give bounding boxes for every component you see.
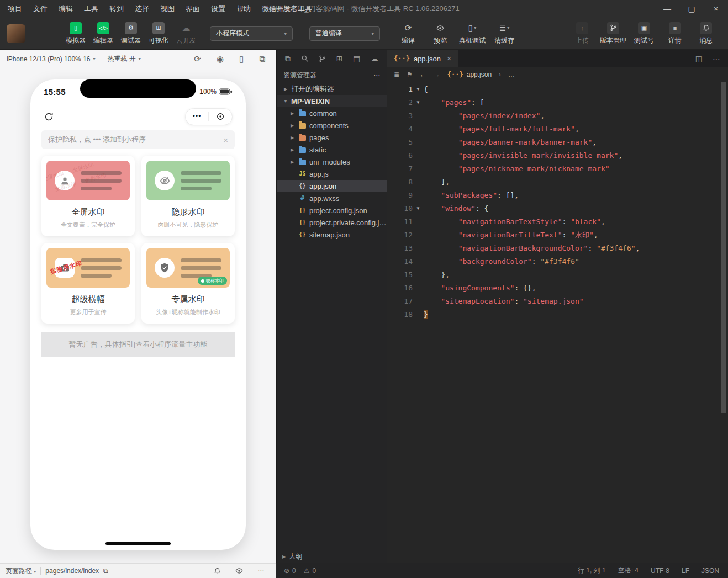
source-control-icon[interactable] bbox=[319, 55, 326, 62]
copy-path-icon[interactable]: ⧉ bbox=[103, 567, 108, 575]
fold-icon[interactable]: ▼ bbox=[413, 96, 424, 109]
errors-count[interactable]: ⊘ 0 bbox=[284, 567, 296, 575]
code-line[interactable]: 17 "sitemapLocation": "sitemap.json" bbox=[387, 295, 728, 308]
code-line[interactable]: 10▼ "window": { bbox=[387, 202, 728, 215]
close-icon[interactable]: × bbox=[223, 136, 228, 144]
package-icon[interactable]: ▤ bbox=[353, 54, 360, 63]
record-icon[interactable]: ◉ bbox=[217, 54, 224, 64]
menu-item[interactable]: 工具 bbox=[78, 0, 104, 18]
watermark-card[interactable]: 昵称水印专属水印头像+昵称就能制作水印 bbox=[141, 243, 235, 324]
code-line[interactable]: 5 "pages/banner-mark/banner-mark", bbox=[387, 136, 728, 149]
hot-reload-toggle[interactable]: 热重载 开 ▾ bbox=[107, 54, 140, 63]
toolbar-button-cloud[interactable]: ☁云开发 bbox=[172, 22, 200, 45]
tree-item[interactable]: {}sitemap.json bbox=[277, 229, 387, 241]
watermark-card[interactable]: 隐形水印肉眼不可见，隐形保护 bbox=[141, 156, 235, 236]
toolbar-button-editor[interactable]: </>编辑器 bbox=[89, 22, 117, 45]
fold-icon[interactable]: ▼ bbox=[413, 202, 424, 215]
tree-item[interactable]: ▶pages bbox=[277, 131, 387, 144]
more-icon[interactable]: ⋯ bbox=[713, 54, 720, 63]
toolbar-button-visual[interactable]: ⊞可视化 bbox=[145, 22, 172, 45]
extensions-icon[interactable]: ⊞ bbox=[336, 54, 343, 63]
tree-section[interactable]: ▶打开的编辑器 bbox=[277, 83, 387, 95]
tree-item[interactable]: {}app.json bbox=[277, 180, 387, 192]
menu-item[interactable]: 微信开发者工具 bbox=[256, 0, 318, 18]
toolbar-button-device-debug[interactable]: ▯▾真机调试 bbox=[456, 22, 488, 45]
menu-item[interactable]: 选择 bbox=[129, 0, 155, 18]
tree-section[interactable]: ▼MP-WEIXIN bbox=[277, 95, 387, 107]
tab-app-json[interactable]: {··} app.json × bbox=[387, 50, 458, 67]
code-line[interactable]: 8 ], bbox=[387, 176, 728, 189]
refresh-icon[interactable] bbox=[44, 112, 54, 122]
menu-item[interactable]: 编辑 bbox=[53, 0, 78, 18]
close-tab-icon[interactable]: × bbox=[447, 55, 451, 62]
tree-item[interactable]: {}project.private.config.js… bbox=[277, 216, 387, 229]
windows-icon[interactable]: ⧉ bbox=[259, 54, 265, 64]
eye-icon[interactable] bbox=[235, 567, 243, 575]
cloud-icon[interactable]: ☁ bbox=[371, 54, 378, 63]
search-icon[interactable] bbox=[301, 55, 309, 62]
device-icon[interactable]: ▯ bbox=[239, 54, 244, 64]
tree-item[interactable]: JSapp.js bbox=[277, 168, 387, 180]
more-icon[interactable]: ⋯ bbox=[373, 71, 380, 79]
encoding-setting[interactable]: UTF-8 bbox=[651, 567, 669, 575]
code-line[interactable]: 13 "navigationBarBackgroundColor": "#f3f… bbox=[387, 242, 728, 255]
mode-dropdown[interactable]: 小程序模式 ▾ bbox=[210, 26, 293, 41]
toolbar-button-compile[interactable]: ⟳编译 bbox=[392, 22, 424, 45]
toolbar-button-preview[interactable]: 预览 bbox=[424, 22, 456, 45]
close-target-icon[interactable] bbox=[216, 112, 225, 121]
tree-item[interactable]: ▶uni_modules bbox=[277, 156, 387, 168]
page-path-dropdown[interactable]: 页面路径 ▾ bbox=[6, 566, 36, 576]
bell-icon[interactable] bbox=[214, 568, 221, 575]
code-line[interactable]: 1▼{ bbox=[387, 83, 728, 96]
code-line[interactable]: 3 "pages/index/index", bbox=[387, 109, 728, 123]
outline-section[interactable]: ▶ 大纲 bbox=[277, 550, 387, 563]
watermark-card[interactable]: 全屏水印 全屏水印 全屏水印 全屏水印全屏水印全文覆盖，完全保护 bbox=[41, 156, 135, 236]
menu-item[interactable]: 项目 bbox=[2, 0, 28, 18]
toolbar-button-clear-cache[interactable]: ≣▾清缓存 bbox=[488, 22, 520, 45]
code-line[interactable]: 2▼ "pages": [ bbox=[387, 96, 728, 109]
menu-item[interactable]: 帮助 bbox=[231, 0, 256, 18]
code-line[interactable]: 9 "subPackages": [], bbox=[387, 189, 728, 202]
maximize-button[interactable]: ▢ bbox=[679, 0, 704, 18]
editor-scrollbar[interactable] bbox=[721, 82, 726, 413]
menu-item[interactable]: 界面 bbox=[180, 0, 205, 18]
device-selector[interactable]: iPhone 12/13 (Pro) 100% 16 ▾ bbox=[7, 55, 95, 63]
tree-item[interactable]: ▶common bbox=[277, 107, 387, 119]
code-editor[interactable]: 1▼{2▼ "pages": [3 "pages/index/index",4 … bbox=[387, 82, 728, 563]
eol-setting[interactable]: LF bbox=[682, 567, 689, 575]
toolbar-button-details[interactable]: ≡详情 bbox=[660, 22, 690, 45]
minimize-button[interactable]: — bbox=[655, 0, 679, 18]
close-button[interactable]: × bbox=[704, 0, 728, 18]
tree-item[interactable]: ▶components bbox=[277, 119, 387, 131]
tree-item[interactable]: ▶static bbox=[277, 144, 387, 156]
indent-setting[interactable]: 空格: 4 bbox=[618, 566, 639, 575]
code-line[interactable]: 15 }, bbox=[387, 268, 728, 282]
toolbar-button-message[interactable]: 消息 bbox=[690, 22, 721, 45]
menu-item[interactable]: 设置 bbox=[205, 0, 231, 18]
miniprogram-capsule[interactable]: ••• bbox=[185, 108, 233, 125]
toolbar-button-test-account[interactable]: ▣测试号 bbox=[629, 22, 660, 45]
cursor-position[interactable]: 行 1, 列 1 bbox=[578, 566, 606, 575]
breadcrumb-file[interactable]: {··} app.json bbox=[447, 71, 492, 78]
code-line[interactable]: 14 "backgroundColor": "#f3f4f6" bbox=[387, 255, 728, 268]
menu-item[interactable]: 文件 bbox=[28, 0, 53, 18]
more-icon[interactable]: ⋯ bbox=[257, 567, 264, 575]
code-line[interactable]: 4 "pages/full-mark/full-mark", bbox=[387, 123, 728, 136]
more-menu-icon[interactable]: ••• bbox=[193, 113, 202, 120]
code-line[interactable]: 12 "navigationBarTitleText": "水印", bbox=[387, 229, 728, 242]
toolbar-button-simulator[interactable]: ▯模拟器 bbox=[62, 22, 89, 45]
warnings-count[interactable]: ⚠ 0 bbox=[304, 567, 316, 575]
language-mode[interactable]: JSON bbox=[701, 567, 719, 575]
toolbar-button-upload[interactable]: ↑上传 bbox=[567, 22, 598, 45]
bookmark-icon[interactable]: ⚑ bbox=[407, 71, 413, 78]
split-editor-icon[interactable]: ◫ bbox=[695, 54, 703, 63]
code-line[interactable]: 18} bbox=[387, 308, 728, 321]
code-line[interactable]: 11 "navigationBarTextStyle": "black", bbox=[387, 215, 728, 229]
list-icon[interactable]: ≣ bbox=[394, 71, 399, 78]
compile-mode-dropdown[interactable]: 普通编译 ▾ bbox=[309, 26, 380, 41]
toolbar-button-debugger[interactable]: ⚙调试器 bbox=[117, 22, 145, 45]
forward-icon[interactable]: → bbox=[434, 71, 440, 78]
code-line[interactable]: 16 "usingComponents": {}, bbox=[387, 282, 728, 295]
code-line[interactable]: 7 "pages/nickname-mark/nickname-mark" bbox=[387, 162, 728, 176]
rotate-icon[interactable]: ⟳ bbox=[194, 54, 201, 64]
